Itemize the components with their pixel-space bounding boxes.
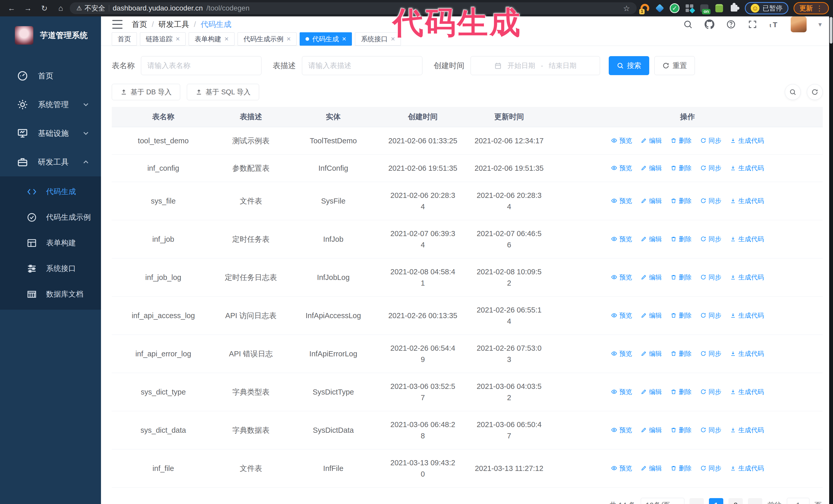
delete-link[interactable]: 删除 — [670, 386, 691, 398]
tab-4[interactable]: 代码生成 × — [300, 32, 352, 46]
hamburger-icon[interactable] — [112, 20, 122, 29]
preview-link[interactable]: 预览 — [611, 162, 632, 173]
breadcrumb-devtools[interactable]: 研发工具 — [159, 19, 189, 30]
delete-link[interactable]: 删除 — [670, 233, 691, 245]
extension-icon-grid[interactable] — [683, 2, 696, 15]
sync-link[interactable]: 同步 — [700, 386, 721, 398]
reset-button[interactable]: 重置 — [654, 56, 695, 75]
page-button-1[interactable]: 1 — [709, 498, 723, 504]
edit-link[interactable]: 编辑 — [641, 162, 662, 173]
edit-link[interactable]: 编辑 — [641, 348, 662, 359]
generate-code-link[interactable]: 生成代码 — [730, 195, 764, 207]
browser-forward-icon[interactable]: → — [21, 2, 35, 14]
extension-icon-check[interactable]: ✓ — [668, 2, 681, 15]
generate-code-link[interactable]: 生成代码 — [730, 386, 764, 398]
sidebar-item-devtools[interactable]: 研发工具 — [0, 148, 101, 176]
sync-link[interactable]: 同步 — [700, 162, 721, 173]
extension-icon-dark[interactable]: on — [698, 2, 711, 15]
edit-link[interactable]: 编辑 — [641, 195, 662, 207]
sync-link[interactable]: 同步 — [700, 195, 721, 207]
tab-1[interactable]: 链路追踪 × — [140, 32, 186, 46]
preview-link[interactable]: 预览 — [611, 386, 632, 398]
edit-link[interactable]: 编辑 — [641, 135, 662, 146]
bookmark-star-icon[interactable]: ☆ — [623, 4, 630, 13]
sync-link[interactable]: 同步 — [700, 135, 721, 146]
preview-link[interactable]: 预览 — [611, 462, 632, 474]
browser-update-button[interactable]: 更新 ⋮ — [793, 2, 829, 14]
delete-link[interactable]: 删除 — [670, 462, 691, 474]
page-size-select[interactable]: 10条/页 ▾ — [641, 498, 684, 504]
sidebar-item-db-doc[interactable]: 数据库文档 — [0, 282, 101, 307]
sidebar-item-home[interactable]: 首页 — [0, 62, 101, 90]
delete-link[interactable]: 删除 — [670, 348, 691, 359]
browser-menu-icon[interactable]: ⋮ — [816, 4, 823, 13]
preview-link[interactable]: 预览 — [611, 424, 632, 436]
browser-back-icon[interactable]: ← — [4, 2, 19, 14]
font-size-icon[interactable]: tT — [769, 20, 779, 29]
sync-link[interactable]: 同步 — [700, 233, 721, 245]
fullscreen-icon[interactable] — [748, 20, 757, 29]
delete-link[interactable]: 删除 — [670, 195, 691, 207]
sync-link[interactable]: 同步 — [700, 348, 721, 359]
edit-link[interactable]: 编辑 — [641, 271, 662, 283]
import-sql-button[interactable]: 基于 SQL 导入 — [187, 84, 259, 100]
delete-link[interactable]: 删除 — [670, 135, 691, 146]
extension-icon-orange[interactable]: 1 — [638, 2, 651, 15]
generate-code-link[interactable]: 生成代码 — [730, 310, 764, 321]
page-scrollbar[interactable] — [829, 17, 833, 504]
extension-icon-gem[interactable] — [653, 2, 666, 15]
caret-down-icon[interactable]: ▾ — [818, 21, 822, 28]
refresh-table-button[interactable] — [807, 84, 823, 100]
preview-link[interactable]: 预览 — [611, 348, 632, 359]
browser-home-icon[interactable]: ⌂ — [53, 2, 68, 14]
browser-profile-chip[interactable]: ☺ 已暂停 — [745, 2, 788, 14]
sidebar-item-form-builder[interactable]: 表单构建 — [0, 230, 101, 256]
edit-link[interactable]: 编辑 — [641, 424, 662, 436]
edit-link[interactable]: 编辑 — [641, 462, 662, 474]
sidebar-item-system[interactable]: 系统管理 — [0, 90, 101, 119]
delete-link[interactable]: 删除 — [670, 162, 691, 173]
preview-link[interactable]: 预览 — [611, 195, 632, 207]
next-page-button[interactable]: › — [748, 498, 762, 504]
sidebar-item-system-api[interactable]: 系统接口 — [0, 256, 101, 282]
delete-link[interactable]: 删除 — [670, 424, 691, 436]
generate-code-link[interactable]: 生成代码 — [730, 271, 764, 283]
tab-2[interactable]: 表单构建 × — [189, 32, 234, 46]
generate-code-link[interactable]: 生成代码 — [730, 424, 764, 436]
sync-link[interactable]: 同步 — [700, 424, 721, 436]
breadcrumb-home[interactable]: 首页 — [132, 19, 147, 30]
tab-close-icon[interactable]: × — [390, 35, 395, 43]
sidebar-item-codegen-demo[interactable]: 代码生成示例 — [0, 205, 101, 230]
search-button[interactable]: 搜索 — [609, 56, 649, 75]
generate-code-link[interactable]: 生成代码 — [730, 162, 764, 173]
preview-link[interactable]: 预览 — [611, 271, 632, 283]
app-logo[interactable]: 芋道管理系统 — [0, 17, 101, 52]
sync-link[interactable]: 同步 — [700, 271, 721, 283]
tab-close-icon[interactable]: × — [224, 35, 229, 43]
table-desc-input[interactable] — [302, 56, 422, 75]
table-name-input[interactable] — [141, 56, 261, 75]
sidebar-item-infra[interactable]: 基础设施 — [0, 119, 101, 148]
tab-5[interactable]: 系统接口 × — [355, 32, 401, 46]
tab-3[interactable]: 代码生成示例 × — [238, 32, 296, 46]
sync-link[interactable]: 同步 — [700, 310, 721, 321]
edit-link[interactable]: 编辑 — [641, 233, 662, 245]
address-bar[interactable]: ⚠ 不安全 dashboard.yudao.iocoder.cn /tool/c… — [70, 2, 637, 14]
generate-code-link[interactable]: 生成代码 — [730, 233, 764, 245]
edit-link[interactable]: 编辑 — [641, 386, 662, 398]
delete-link[interactable]: 删除 — [670, 310, 691, 321]
security-indicator[interactable]: ⚠ 不安全 — [76, 4, 105, 13]
import-db-button[interactable]: 基于 DB 导入 — [112, 84, 180, 100]
toggle-search-button[interactable] — [785, 84, 801, 100]
extensions-puzzle-icon[interactable] — [728, 2, 741, 15]
page-button-2[interactable]: 2 — [729, 498, 743, 504]
prev-page-button[interactable]: ‹ — [689, 498, 704, 504]
generate-code-link[interactable]: 生成代码 — [730, 462, 764, 474]
github-icon[interactable] — [705, 20, 714, 29]
search-icon[interactable] — [683, 20, 693, 29]
generate-code-link[interactable]: 生成代码 — [730, 348, 764, 359]
delete-link[interactable]: 删除 — [670, 271, 691, 283]
preview-link[interactable]: 预览 — [611, 310, 632, 321]
tab-close-icon[interactable]: × — [175, 35, 180, 43]
tab-0[interactable]: 首页 — [112, 32, 137, 46]
